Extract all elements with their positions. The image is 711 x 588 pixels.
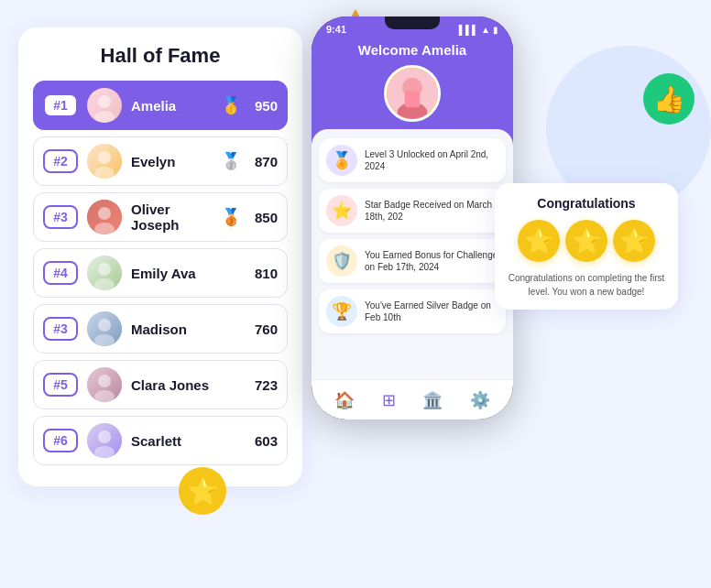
activity-item: 🏆You've Earned Silver Badge on Feb 10th — [319, 289, 506, 333]
rank-badge: #2 — [43, 149, 78, 173]
leaderboard-row: #6Scarlett603 — [33, 416, 288, 465]
player-name: Evelyn — [131, 154, 221, 169]
phone-navigation: 🏠⊞🏛️⚙️ — [312, 379, 513, 419]
star-1: ⭐ — [518, 220, 560, 262]
player-avatar — [87, 144, 122, 179]
leaderboard-row: #2Evelyn🥈870 — [33, 136, 288, 186]
star-3: ⭐ — [613, 220, 655, 262]
player-name: Oliver Joseph — [131, 201, 221, 233]
activity-icon: 🛡️ — [326, 245, 357, 277]
activity-text: You've Earned Silver Badge on Feb 10th — [365, 299, 498, 323]
player-avatar — [87, 311, 122, 346]
player-name: Scarlett — [131, 433, 246, 449]
battery-icon: ▮ — [493, 25, 498, 35]
congratulations-popup: Congratulations ⭐ ⭐ ⭐ Congratulations on… — [495, 183, 678, 310]
player-name: Madison — [131, 321, 246, 337]
phone-mockup: 9:41 ▌▌▌ ▲ ▮ Welcome Amelia 🏅Level 3 Unl… — [312, 16, 513, 419]
leaderboard-row: #3Oliver Joseph🥉850 — [33, 192, 288, 242]
signal-icon: ▌▌▌ — [459, 25, 478, 35]
activity-text: Level 3 Unlocked on April 2nd, 2024 — [365, 148, 498, 172]
phone-status-icons: ▌▌▌ ▲ ▮ — [459, 25, 498, 35]
nav-icon-home[interactable]: 🏠 — [334, 390, 355, 410]
congrats-text: Congratulations on completing the first … — [508, 271, 665, 299]
leaderboard-row: #1Amelia🥇950 — [33, 81, 288, 130]
rank-badge: #3 — [43, 205, 78, 229]
player-avatar — [87, 423, 122, 458]
phone-status-bar: 9:41 ▌▌▌ ▲ ▮ — [312, 16, 513, 37]
svg-point-13 — [98, 319, 111, 332]
rank-badge: #6 — [43, 429, 78, 452]
player-avatar — [87, 256, 122, 290]
leaderboard-row: #5Clara Jones723 — [33, 360, 288, 409]
leaderboard-row: #3Madison760 — [33, 304, 288, 354]
player-name: Amelia — [131, 98, 221, 114]
nav-icon-settings[interactable]: ⚙️ — [470, 390, 490, 410]
medal-icon: 🥈 — [221, 151, 241, 171]
rank-badge: #4 — [43, 261, 78, 285]
nav-icon-grid[interactable]: ⊞ — [382, 390, 396, 410]
player-avatar — [87, 88, 122, 123]
player-score: 603 — [246, 433, 278, 449]
activity-item: 🏅Level 3 Unlocked on April 2nd, 2024 — [319, 138, 506, 182]
player-avatar — [87, 200, 122, 234]
medal-icon: 🥉 — [221, 207, 241, 227]
svg-point-16 — [98, 375, 111, 387]
star-2: ⭐ — [565, 220, 607, 262]
player-score: 850 — [246, 210, 278, 225]
player-score: 723 — [246, 377, 278, 393]
star-badge-icon: ⭐ — [179, 467, 226, 515]
welcome-text: Welcome Amelia — [358, 42, 466, 58]
phone-notch — [385, 16, 440, 29]
player-score: 810 — [246, 266, 278, 281]
phone-screen: Welcome Amelia 🏅Level 3 Unlocked on Apri… — [312, 37, 513, 379]
avatar-illustration — [387, 65, 438, 122]
hall-of-fame-card: Hall of Fame #1Amelia🥇950#2Evelyn🥈870#3O… — [18, 27, 302, 486]
player-score: 760 — [246, 321, 278, 337]
hall-of-fame-title: Hall of Fame — [33, 44, 288, 68]
rank-badge: #3 — [43, 317, 78, 341]
activity-item: 🛡️You Earned Bonus for Challenge on Feb … — [319, 239, 506, 283]
activity-icon: 🏆 — [326, 296, 357, 327]
activity-list: 🏅Level 3 Unlocked on April 2nd, 2024⭐Sta… — [312, 129, 513, 379]
nav-icon-leaderboard[interactable]: 🏛️ — [422, 390, 443, 410]
medal-icon: 🥇 — [221, 95, 241, 115]
svg-rect-24 — [405, 91, 420, 107]
player-score: 950 — [246, 98, 278, 114]
user-avatar — [384, 65, 441, 122]
activity-item: ⭐Star Badge Received on March 18th, 202 — [319, 189, 506, 233]
rank-badge: #5 — [43, 373, 78, 397]
wifi-icon: ▲ — [481, 25, 490, 35]
activity-text: You Earned Bonus for Challenge on Feb 17… — [365, 249, 498, 273]
svg-point-7 — [98, 207, 111, 220]
activity-text: Star Badge Received on March 18th, 202 — [365, 199, 498, 223]
player-avatar — [87, 367, 122, 402]
activity-icon: 🏅 — [326, 145, 357, 176]
player-score: 870 — [246, 154, 278, 169]
activity-icon: ⭐ — [326, 195, 357, 226]
thumbs-up-icon: 👍 — [643, 73, 695, 125]
congrats-stars: ⭐ ⭐ ⭐ — [508, 220, 665, 262]
rank-badge: #1 — [43, 93, 78, 117]
svg-point-1 — [98, 95, 111, 108]
svg-point-19 — [98, 430, 111, 443]
congrats-title: Congratulations — [508, 196, 665, 211]
player-name: Emily Ava — [131, 266, 246, 281]
leaderboard-row: #4Emily Ava810 — [33, 248, 288, 298]
phone-time: 9:41 — [326, 24, 346, 35]
leaderboard-list: #1Amelia🥇950#2Evelyn🥈870#3Oliver Joseph🥉… — [33, 81, 288, 465]
svg-point-4 — [98, 151, 111, 164]
player-name: Clara Jones — [131, 377, 246, 393]
svg-point-10 — [98, 263, 111, 276]
